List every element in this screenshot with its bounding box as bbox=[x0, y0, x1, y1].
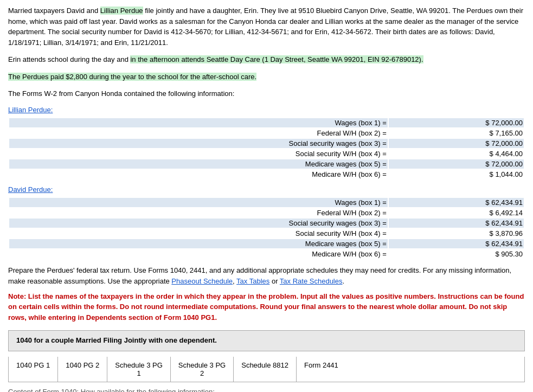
wage-label: Social security W/H (box 4) = bbox=[9, 149, 388, 158]
table-row: Wages (box 1) = $ 62,434.91 bbox=[9, 198, 524, 207]
wage-label: Federal W/H (box 2) = bbox=[9, 208, 388, 217]
wage-label: Medicare W/H (box 6) = bbox=[9, 170, 388, 179]
form-box-title: 1040 for a couple Married Filing Jointly… bbox=[16, 336, 517, 344]
lillian-wage-table: Wages (box 1) = $ 72,000.00 Federal W/H … bbox=[8, 117, 525, 180]
wage-label: Medicare wages (box 5) = bbox=[9, 159, 388, 169]
wage-value: $ 4,464.00 bbox=[389, 149, 524, 158]
table-row: Wages (box 1) = $ 72,000.00 bbox=[9, 118, 524, 127]
table-row: Social security W/H (box 4) = $ 4,464.00 bbox=[9, 149, 524, 158]
lillian-section-label: Lillian Perdue: bbox=[8, 106, 525, 114]
table-row: Federal W/H (box 2) = $ 6,492.14 bbox=[9, 208, 524, 217]
intro-paragraph2: Erin attends school during the day and i… bbox=[8, 54, 525, 65]
wage-value: $ 6,492.14 bbox=[389, 208, 524, 217]
tabs-row: 1040 PG 1 1040 PG 2 Schedule 3 PG 1 Sche… bbox=[8, 357, 525, 382]
table-row: Social security wages (box 3) = $ 62,434… bbox=[9, 219, 524, 228]
wage-label: Wages (box 1) = bbox=[9, 198, 388, 207]
wage-value: $ 3,870.96 bbox=[389, 229, 524, 238]
form-box: 1040 for a couple Married Filing Jointly… bbox=[8, 330, 525, 351]
wage-value: $ 62,434.91 bbox=[389, 198, 524, 207]
wage-value: $ 7,165.00 bbox=[389, 128, 524, 138]
prepare-text: Prepare the Perdues' federal tax return.… bbox=[8, 265, 525, 287]
wage-value: $ 1,044.00 bbox=[389, 170, 524, 179]
tax-rate-schedules-link[interactable]: Tax Rate Schedules bbox=[280, 277, 343, 285]
intro-paragraph2c: The Forms W-2 from Canyon Honda containe… bbox=[8, 88, 525, 99]
wage-value: $ 72,000.00 bbox=[389, 118, 524, 127]
wage-value: $ 72,000.00 bbox=[389, 139, 524, 148]
wage-value: $ 62,434.91 bbox=[389, 239, 524, 248]
wage-value: $ 72,000.00 bbox=[389, 159, 524, 169]
tab-form2441[interactable]: Form 2441 bbox=[297, 357, 346, 382]
intro-paragraph1: Married taxpayers David and Lillian Perd… bbox=[8, 5, 525, 48]
wage-label: Wages (box 1) = bbox=[9, 118, 388, 127]
table-row: Medicare W/H (box 6) = $ 1,044.00 bbox=[9, 170, 524, 179]
wage-label: Social security wages (box 3) = bbox=[9, 139, 388, 148]
tax-tables-link[interactable]: Tax Tables bbox=[236, 277, 269, 285]
table-row: Federal W/H (box 2) = $ 7,165.00 bbox=[9, 128, 524, 138]
tab-schedule8812[interactable]: Schedule 8812 bbox=[234, 357, 297, 382]
david-wage-table: Wages (box 1) = $ 62,434.91 Federal W/H … bbox=[8, 197, 525, 260]
tab-1040-pg2[interactable]: 1040 PG 2 bbox=[58, 357, 107, 382]
wage-label: Social security wages (box 3) = bbox=[9, 219, 388, 228]
wage-value: $ 62,434.91 bbox=[389, 219, 524, 228]
bottom-note: Content of Form 1040: How available for … bbox=[8, 387, 525, 392]
david-section-label: David Perdue: bbox=[8, 185, 525, 194]
wage-label: Social security W/H (box 4) = bbox=[9, 229, 388, 238]
table-row: Medicare wages (box 5) = $ 72,000.00 bbox=[9, 159, 524, 169]
table-row: Medicare W/H (box 6) = $ 905.30 bbox=[9, 249, 524, 259]
note-text: Note: List the names of the taxpayers in… bbox=[8, 291, 525, 323]
wage-label: Medicare wages (box 5) = bbox=[9, 239, 388, 248]
wage-label: Federal W/H (box 2) = bbox=[9, 128, 388, 138]
intro-paragraph2b: The Perdues paid $2,800 during the year … bbox=[8, 72, 525, 82]
table-row: Social security W/H (box 4) = $ 3,870.96 bbox=[9, 229, 524, 238]
table-row: Social security wages (box 3) = $ 72,000… bbox=[9, 139, 524, 148]
wage-value: $ 905.30 bbox=[389, 249, 524, 259]
phaseout-schedule-link[interactable]: Phaseout Schedule bbox=[171, 277, 233, 285]
tab-1040-pg1[interactable]: 1040 PG 1 bbox=[9, 357, 58, 382]
wage-label: Medicare W/H (box 6) = bbox=[9, 249, 388, 259]
tab-schedule3-pg2[interactable]: Schedule 3 PG 2 bbox=[171, 357, 234, 382]
table-row: Medicare wages (box 5) = $ 62,434.91 bbox=[9, 239, 524, 248]
tab-schedule3-pg1[interactable]: Schedule 3 PG 1 bbox=[107, 357, 170, 382]
